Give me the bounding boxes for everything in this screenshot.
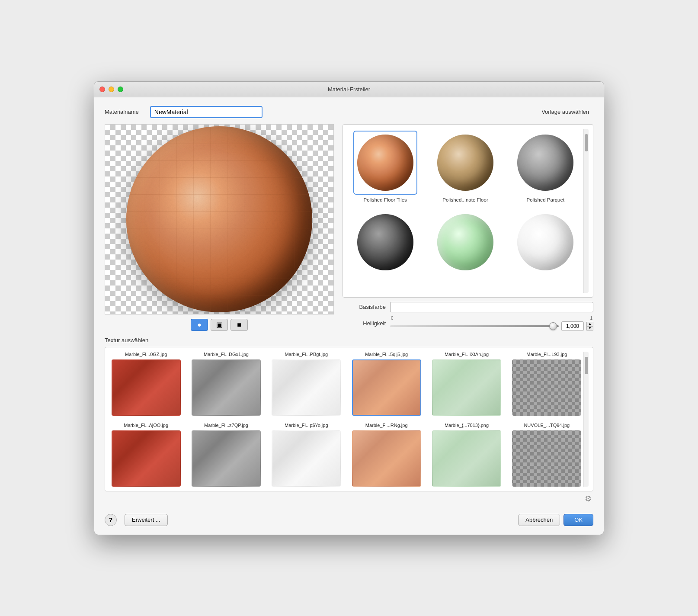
template-item-white[interactable] [508, 209, 583, 279]
material-name-input[interactable] [150, 106, 263, 118]
texture-label-tex10: Marble_Fl...RNg.jpg [365, 423, 408, 428]
window-title: Material-Ersteller [328, 86, 370, 93]
brightness-max-label: 1 [590, 316, 592, 321]
helligkeit-row: Helligkeit 0 1 [343, 316, 593, 331]
texture-item-tex12[interactable]: NUVOLE_...TQ94.jpg [510, 423, 583, 487]
brightness-increment-button[interactable]: ▲ [586, 322, 593, 326]
texture-item-tex2[interactable]: Marble_Fl...DGx1.jpg [189, 352, 263, 416]
brightness-area: 0 1 ▲ ▼ [390, 316, 593, 331]
texture-thumb-tex8 [192, 430, 261, 487]
minimize-button[interactable] [109, 87, 114, 92]
template-grid-wrapper: Polished Floor Tiles Polished...nate Flo… [343, 124, 593, 298]
template-item-parquet[interactable]: Polished Parquet [508, 129, 583, 204]
texture-item-tex7[interactable]: Marble_Fl...AjOO.jpg [109, 423, 183, 487]
template-item-ornate-floor[interactable]: Polished...nate Floor [427, 129, 503, 204]
template-thumb-wrap-ornate-floor [433, 131, 497, 195]
material-sphere-preview [126, 126, 312, 312]
abbrechen-button[interactable]: Abbrechen [518, 514, 560, 526]
template-sphere-ornate-floor [437, 135, 493, 191]
template-item-glass[interactable] [427, 209, 503, 279]
texture-label-tex2: Marble_Fl...DGx1.jpg [204, 352, 249, 357]
view-cube-button[interactable]: ▣ [211, 319, 228, 331]
template-thumb-parquet [515, 132, 576, 193]
texture-item-tex1[interactable]: Marble_Fl...0GZ.jpg [109, 352, 183, 416]
texture-thumb-tex7 [112, 430, 181, 487]
help-button[interactable]: ? [105, 514, 117, 526]
properties-row: Basisfarbe Helligkeit 0 1 [343, 302, 593, 331]
vorlage-label: Vorlage auswählen [541, 109, 589, 115]
texture-item-tex6[interactable]: Marble_Fl...L93.jpg [510, 352, 583, 416]
bottom-row: ? Erweitert ... Abbrechen OK [105, 510, 593, 526]
texture-section: Textur auswählen Marble_Fl...0GZ.jpg Mar… [105, 337, 593, 491]
texture-item-tex5[interactable]: Marble_Fl...iXtAh.jpg [430, 352, 503, 416]
texture-item-tex3[interactable]: Marble_Fl...PBgt.jpg [270, 352, 343, 416]
texture-item-tex9[interactable]: Marble_Fl...p$Yo.jpg [270, 423, 343, 487]
texture-label-tex7: Marble_Fl...AjOO.jpg [124, 423, 168, 428]
ok-button[interactable]: OK [564, 514, 593, 526]
basisfarbe-swatch[interactable] [390, 302, 593, 312]
close-button[interactable] [99, 87, 105, 92]
view-flat-button[interactable]: ■ [231, 319, 248, 331]
template-scrollbar[interactable] [583, 129, 589, 293]
template-item-floor-tiles[interactable]: Polished Floor Tiles [347, 129, 423, 204]
texture-label-tex3: Marble_Fl...PBgt.jpg [285, 352, 328, 357]
main-content: Materialname Vorlage auswählen ● ▣ ■ [94, 97, 604, 535]
texture-label-tex1: Marble_Fl...0GZ.jpg [125, 352, 167, 357]
sphere-texture-overlay [126, 126, 312, 312]
template-scrollbar-thumb [585, 134, 588, 151]
material-ersteller-window: Material-Ersteller Materialname Vorlage … [94, 81, 604, 535]
right-panel: Polished Floor Tiles Polished...nate Flo… [343, 124, 593, 331]
template-thumb-white [515, 212, 576, 273]
view-sphere-button[interactable]: ● [191, 319, 208, 331]
material-name-label: Materialname [105, 109, 139, 115]
template-label-parquet: Polished Parquet [527, 197, 565, 202]
template-sphere-floor-tiles [357, 135, 413, 191]
texture-thumb-tex9 [272, 430, 341, 487]
template-item-dark[interactable] [347, 209, 423, 279]
texture-item-tex10[interactable]: Marble_Fl...RNg.jpg [350, 423, 423, 487]
template-thumb-floor-tiles [355, 132, 416, 193]
gear-area: ⚙ [105, 494, 593, 504]
brightness-min-label: 0 [391, 316, 394, 321]
template-sphere-dark [357, 214, 413, 270]
preview-area: ● ▣ ■ [105, 124, 334, 331]
texture-label-tex6: Marble_Fl...L93.jpg [526, 352, 567, 357]
texture-thumb-tex12 [512, 430, 581, 487]
texture-thumb-tex6 [512, 359, 581, 416]
template-grid: Polished Floor Tiles Polished...nate Flo… [347, 129, 583, 293]
right-buttons: Abbrechen OK [518, 514, 593, 526]
view-controls: ● ▣ ■ [105, 319, 334, 331]
settings-gear-icon[interactable]: ⚙ [585, 494, 592, 504]
texture-item-tex4[interactable]: Marble_Fl...5qlj5.jpg [350, 352, 423, 416]
brightness-thumb [549, 322, 557, 330]
texture-item-tex11[interactable]: Marble_{...7013}.png [430, 423, 503, 487]
brightness-slider[interactable] [390, 325, 559, 327]
texture-label-tex8: Marble_Fl...z7QP.jpg [204, 423, 248, 428]
texture-label-tex4: Marble_Fl...5qlj5.jpg [365, 352, 408, 357]
window-controls [99, 87, 123, 92]
texture-section-label: Textur auswählen [105, 337, 593, 343]
texture-label-tex5: Marble_Fl...iXtAh.jpg [445, 352, 489, 357]
texture-thumb-tex5 [432, 359, 501, 416]
template-thumb-wrap-glass [433, 210, 497, 274]
texture-item-tex8[interactable]: Marble_Fl...z7QP.jpg [189, 423, 263, 487]
left-buttons: ? Erweitert ... [105, 514, 168, 526]
texture-thumb-tex10 [352, 430, 421, 487]
preview-canvas [105, 124, 334, 314]
texture-grid-wrapper: Marble_Fl...0GZ.jpg Marble_Fl...DGx1.jpg… [105, 347, 593, 491]
brightness-decrement-button[interactable]: ▼ [586, 326, 593, 330]
maximize-button[interactable] [118, 87, 123, 92]
template-thumb-glass [435, 212, 496, 273]
template-label-ornate-floor: Polished...nate Floor [442, 197, 488, 202]
template-thumb-ornate-floor [435, 132, 496, 193]
texture-thumb-tex2 [192, 359, 261, 416]
texture-thumb-tex1 [112, 359, 181, 416]
texture-thumb-tex4 [352, 359, 421, 416]
texture-scrollbar[interactable] [583, 352, 589, 487]
basisfarbe-label: Basisfarbe [343, 304, 386, 310]
template-thumb-wrap-floor-tiles [353, 131, 417, 195]
brightness-value-input[interactable] [561, 321, 584, 331]
template-label-floor-tiles: Polished Floor Tiles [363, 197, 407, 202]
erweitert-button[interactable]: Erweitert ... [125, 514, 168, 526]
brightness-slider-row: ▲ ▼ [390, 321, 593, 331]
